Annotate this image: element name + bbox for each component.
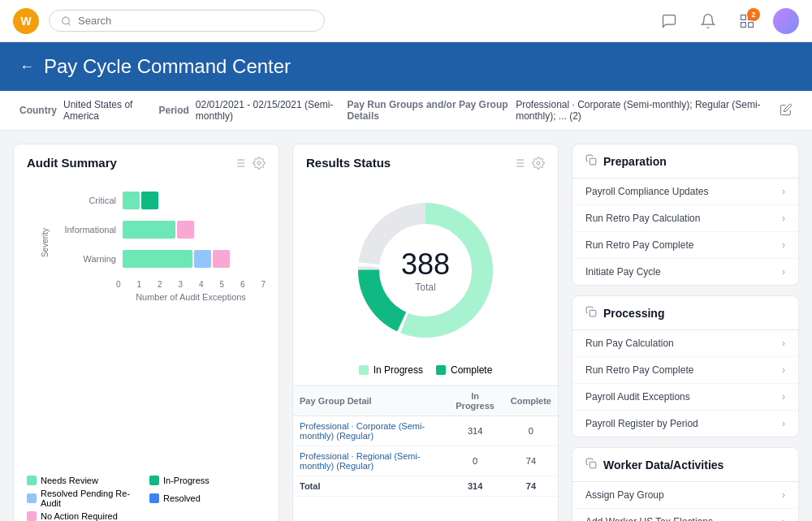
legend-label: Needs Review	[41, 476, 98, 485]
audit-legend: Needs ReviewIn-ProgressResolved Pending …	[14, 469, 279, 521]
section-item[interactable]: Run Pay Calculation›	[572, 330, 798, 357]
bars-container	[123, 218, 266, 241]
section-item[interactable]: Run Retro Pay Complete›	[572, 232, 798, 259]
audit-title: Audit Summary	[27, 156, 117, 170]
donut-label: Total	[401, 282, 450, 293]
bar-row: Informational	[59, 218, 266, 241]
svg-rect-25	[590, 158, 596, 165]
page-header: ← Pay Cycle Command Center	[0, 42, 812, 91]
svg-rect-27	[590, 462, 596, 468]
results-table: Pay Group Detail In Progress Complete Pr…	[293, 385, 558, 497]
section-header-processing: Processing	[572, 296, 798, 330]
workday-logo[interactable]: W	[13, 8, 39, 34]
top-nav: W 2	[0, 0, 812, 42]
in-progress-count: 314	[446, 416, 503, 446]
search-input[interactable]	[78, 15, 313, 27]
section-item-label: Assign Pay Group	[585, 489, 664, 501]
audit-card-header: Audit Summary	[14, 144, 279, 176]
section-item[interactable]: Run Retro Pay Calculation›	[572, 205, 798, 232]
chevron-right-icon: ›	[782, 418, 785, 429]
bar-segment	[123, 250, 192, 268]
x-tick: 0	[116, 280, 121, 289]
donut-wrapper: 388 Total	[293, 176, 558, 364]
chevron-right-icon: ›	[782, 391, 785, 403]
logo-text: W	[20, 15, 31, 28]
bar-segment	[123, 192, 140, 209]
results-legend-item: In Progress	[359, 364, 423, 376]
svg-point-12	[257, 161, 261, 165]
badge: 2	[747, 8, 760, 21]
col-pay-group: Pay Group Detail	[293, 386, 446, 416]
section-item-label: Payroll Compliance Updates	[585, 186, 708, 197]
legend-label: Resolved	[163, 493, 201, 503]
legend-dot	[27, 476, 37, 485]
bar-label: Warning	[59, 254, 116, 264]
legend-item: Resolved Pending Re-Audit	[27, 489, 143, 508]
section-item[interactable]: Initiate Pay Cycle›	[572, 259, 798, 285]
results-legend-dot	[436, 365, 446, 375]
chevron-right-icon: ›	[782, 213, 785, 224]
bar-segment	[194, 250, 211, 268]
x-axis: 01234567	[59, 277, 266, 289]
audit-card-icons[interactable]	[233, 157, 266, 170]
apps-button[interactable]: 2	[734, 8, 760, 34]
section-item[interactable]: Assign Pay Group›	[572, 482, 798, 509]
notifications-button[interactable]	[695, 8, 721, 34]
filter-edit-button[interactable]	[780, 103, 793, 118]
results-card-header: Results Status	[293, 144, 558, 176]
section-item[interactable]: Payroll Register by Period›	[572, 411, 798, 437]
table-row: Professional · Corporate (Semi-monthly) …	[293, 416, 558, 446]
legend-label: Resolved Pending Re-Audit	[41, 489, 143, 508]
section-header-preparation: Preparation	[572, 144, 798, 179]
results-status-card: Results Status	[292, 144, 559, 521]
x-tick: 7	[261, 280, 266, 289]
svg-rect-4	[741, 22, 746, 27]
section-item[interactable]: Add Worker US Tax Elections›	[572, 509, 798, 521]
x-tick: 6	[240, 280, 245, 289]
section-item-label: Add Worker US Tax Elections	[585, 516, 713, 521]
col-complete: Complete	[504, 386, 558, 416]
svg-rect-26	[590, 310, 596, 316]
legend-item: In-Progress	[149, 476, 266, 485]
bar-segment	[141, 192, 158, 209]
section-item[interactable]: Run Retro Pay Complete›	[572, 357, 798, 384]
filter-bar: Country United States of America Period …	[0, 91, 812, 131]
bar-segment	[123, 221, 175, 239]
pay-group-name: Total	[293, 476, 446, 497]
section-item[interactable]: Payroll Audit Exceptions›	[572, 384, 798, 411]
section-item-label: Run Pay Calculation	[585, 338, 674, 349]
legend-dot	[149, 493, 159, 503]
page-title: Pay Cycle Command Center	[44, 55, 291, 78]
bar-label: Informational	[59, 225, 116, 235]
table-row: Professional · Regional (Semi-monthly) (…	[293, 446, 558, 476]
section-title: Worker Data/Activities	[603, 459, 723, 471]
table-row: Total31474	[293, 476, 558, 497]
bar-label: Critical	[59, 196, 116, 205]
bar-segment	[177, 221, 194, 239]
results-legend-item: Complete	[436, 364, 492, 376]
pay-group-name[interactable]: Professional · Corporate (Semi-monthly) …	[293, 416, 446, 446]
results-card-icons[interactable]	[512, 157, 545, 170]
legend-dot	[27, 511, 37, 521]
bars-container	[123, 189, 266, 212]
chevron-right-icon: ›	[782, 239, 785, 251]
col-in-progress: In Progress	[446, 386, 503, 416]
legend-dot	[27, 493, 37, 503]
chat-button[interactable]	[656, 8, 682, 34]
svg-point-19	[537, 161, 540, 165]
search-icon	[61, 15, 71, 27]
complete-count: 0	[504, 416, 558, 446]
in-progress-count: 314	[446, 476, 503, 497]
svg-line-1	[68, 23, 70, 24]
x-axis-label: Number of Audit Exceptions	[59, 292, 266, 302]
donut-center: 388 Total	[401, 248, 450, 293]
back-button[interactable]: ←	[19, 58, 34, 75]
avatar[interactable]	[773, 8, 799, 34]
section-icon-preparation	[585, 154, 597, 168]
bar-row: Critical	[59, 189, 266, 212]
donut-chart: 388 Total	[344, 189, 507, 351]
results-legend: In ProgressComplete	[293, 364, 558, 385]
nav-right: 2	[656, 8, 799, 34]
pay-group-name[interactable]: Professional · Regional (Semi-monthly) (…	[293, 446, 446, 476]
section-item[interactable]: Payroll Compliance Updates›	[572, 179, 798, 205]
